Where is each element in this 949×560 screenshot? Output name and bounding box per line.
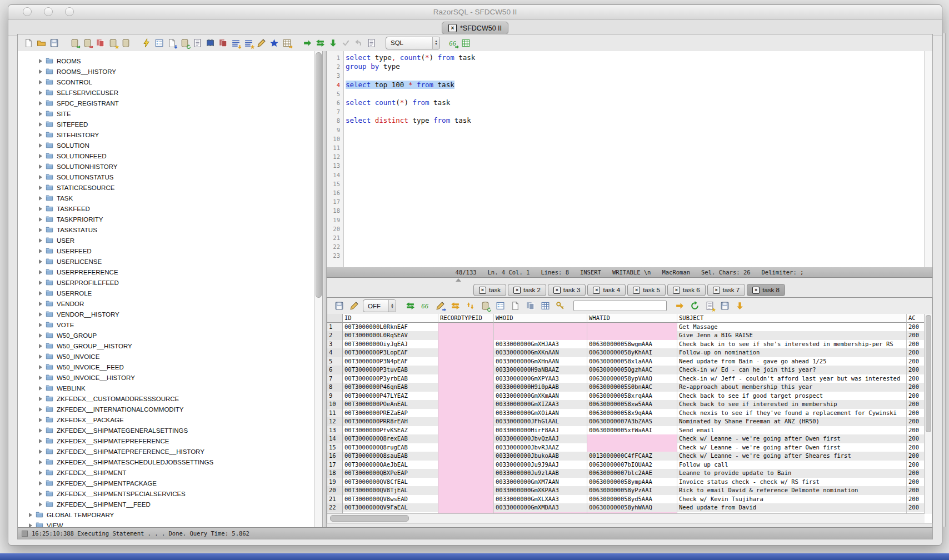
close-tab-icon[interactable]: × xyxy=(513,287,521,294)
expand-arrow-icon[interactable] xyxy=(39,69,42,74)
tree-item[interactable]: USERPROFILEFEED xyxy=(18,277,314,288)
results-search-input[interactable] xyxy=(573,301,667,311)
tree-item[interactable]: W50_GROUP__HISTORY xyxy=(18,341,314,351)
table-row[interactable]: 1100T3000000PREZaEAP0033000000GmXOiAAN00… xyxy=(327,409,925,418)
tree-item[interactable]: ROOMS__HISTORY xyxy=(18,66,314,77)
table-cell[interactable]: 0033000000H9aNBAAZ xyxy=(494,366,587,374)
database-tree-pane[interactable]: ROOMSROOMS__HISTORYSCONTROLSELFSERVICEUS… xyxy=(18,51,322,528)
tree-item[interactable]: SOLUTION xyxy=(18,140,314,151)
expand-arrow-icon[interactable] xyxy=(39,333,42,338)
tree-item[interactable]: W50_INVOICE__FEED xyxy=(18,362,314,372)
table-cell[interactable]: 0033000000JbvRJAAZ xyxy=(494,443,587,452)
expand-arrow-icon[interactable] xyxy=(39,133,42,137)
table-cell[interactable]: 0033000000GmXKnAAN xyxy=(494,348,587,357)
table-cell[interactable]: 0033000000GmXM7AAN xyxy=(494,478,587,487)
expand-arrow-icon[interactable] xyxy=(39,164,42,169)
table-cell[interactable]: 0033000000JFhGlAAL xyxy=(494,417,587,426)
expand-arrow-icon[interactable] xyxy=(39,481,42,486)
rollback-icon[interactable] xyxy=(353,38,364,48)
table-row[interactable]: 700T3000000P3yrbEAB0033000000GmXPYAA3006… xyxy=(327,374,925,383)
table-cell[interactable]: 006300000058ympAAA xyxy=(587,478,677,487)
expand-arrow-icon[interactable] xyxy=(39,407,42,412)
tree-item[interactable]: SOLUTIONFEED xyxy=(18,151,314,161)
close-tab-icon[interactable]: × xyxy=(673,287,680,294)
insert-row-icon[interactable] xyxy=(450,301,461,311)
tree-item[interactable]: VENDOR__HISTORY xyxy=(18,309,314,319)
database-icon[interactable] xyxy=(121,38,131,48)
table-cell[interactable]: 00630000005QgzhAAC xyxy=(587,366,677,374)
grid-vscroll-thumb[interactable] xyxy=(926,315,931,432)
table-cell[interactable]: 200 xyxy=(907,331,925,340)
table-cell[interactable]: Check nexis to see if they've found a re… xyxy=(677,409,907,418)
table-cell[interactable]: 00630000007bIQUAA2 xyxy=(587,461,677,469)
table-cell[interactable]: 0033000000GmXIZAA3 xyxy=(494,400,587,409)
table-cell[interactable]: 0033000000GmXLXAA3 xyxy=(494,495,587,504)
tree-item[interactable]: ZKFEDEX__INTERNATIONALCOMMODITY xyxy=(18,404,314,414)
table-row[interactable]: 2200T3000000QV9FaEAL0033000000GmXMDAA300… xyxy=(327,503,925,512)
table-cell[interactable] xyxy=(587,443,677,452)
expand-arrow-icon[interactable] xyxy=(39,154,42,158)
export-refresh-icon[interactable] xyxy=(690,301,700,311)
table-cell[interactable]: 200 xyxy=(907,452,925,461)
tree-item[interactable]: ZKFEDEX__CUSTOMADDRESSSOURCE xyxy=(18,393,314,404)
table-cell[interactable]: Check-in w/ Ed - can he join this year? xyxy=(677,366,907,374)
tree-item[interactable]: TASK xyxy=(18,193,314,203)
table-cell[interactable] xyxy=(438,357,494,366)
table-cell[interactable]: Leanne to provide update to Bain xyxy=(677,469,907,478)
table-cell[interactable]: 006300000058wgmAAA xyxy=(587,340,677,349)
edit-cell-icon[interactable] xyxy=(435,301,446,311)
tree-item[interactable]: SITEFEED xyxy=(18,119,314,129)
zoom-window-button[interactable] xyxy=(65,7,74,16)
table-cell[interactable]: Check w/ Leanne - we're going after Owen… xyxy=(677,434,907,443)
tree-item[interactable]: ZKFEDEX__SHIPMENT xyxy=(18,467,314,478)
table-cell[interactable]: 00T3000000P3N4pEAF xyxy=(343,357,438,366)
tree-item[interactable]: W50_GROUP xyxy=(18,330,314,341)
tree-scrollbar[interactable] xyxy=(314,51,322,528)
table-cell[interactable]: 0033000000HirF8AAJ xyxy=(494,426,587,435)
favorites-icon[interactable] xyxy=(269,38,279,48)
expand-arrow-icon[interactable] xyxy=(39,460,42,464)
table-row[interactable]: 200T3000000L0RqSEAVGive Jenn a BIG RAISE… xyxy=(327,331,925,340)
table-cell[interactable]: 200 xyxy=(907,478,925,487)
align-lines-icon[interactable] xyxy=(243,38,254,48)
table-cell[interactable]: 00T3000000PREZaEAP xyxy=(343,409,438,418)
table-cell[interactable] xyxy=(438,478,494,487)
refresh-results-icon[interactable] xyxy=(405,301,416,311)
table-cell[interactable]: 0033000000Ju9zlAAB xyxy=(494,469,587,478)
compare-icon[interactable] xyxy=(218,38,228,48)
title-bar[interactable]: RazorSQL - SFDCW50 II xyxy=(8,5,942,20)
refresh-db-icon[interactable] xyxy=(179,38,190,48)
expand-arrow-icon[interactable] xyxy=(39,344,42,348)
table-cell[interactable]: 00T3000000QV8TjEAL xyxy=(343,486,438,495)
table-cell[interactable]: Follow up call xyxy=(677,461,907,469)
commit-icon[interactable] xyxy=(341,38,351,48)
table-cell[interactable]: 00T3000000P3tuvEAB xyxy=(343,366,438,374)
copy-table-icon[interactable] xyxy=(540,301,551,311)
expand-arrow-icon[interactable] xyxy=(39,323,42,327)
expand-arrow-icon[interactable] xyxy=(39,428,42,433)
table-cell[interactable]: Need update from Bain - gave go ahead 1/… xyxy=(677,357,907,366)
table-cell[interactable] xyxy=(438,434,494,443)
table-cell[interactable] xyxy=(587,331,677,340)
table-cell[interactable]: 00630000007blc2AAE xyxy=(587,469,677,478)
tree-item[interactable]: W50_INVOICE__HISTORY xyxy=(18,372,314,383)
table-cell[interactable]: 200 xyxy=(907,469,925,478)
table-row[interactable]: 1600T3000000Q8sauEAB0033000000JbukoAAB00… xyxy=(327,452,925,461)
table-cell[interactable]: 006300000058yPzAAI xyxy=(587,486,677,495)
table-cell[interactable]: Check back to see if interested in membe… xyxy=(677,400,907,409)
expand-arrow-icon[interactable] xyxy=(39,502,42,507)
table-row[interactable]: 600T3000000P3tuvEAB0033000000H9aNBAAZ006… xyxy=(327,366,925,374)
table-cell[interactable]: 006300000058x9qAAA xyxy=(587,409,677,418)
table-cell[interactable]: 0033000000GmXKPAA3 xyxy=(494,486,587,495)
table-cell[interactable]: 00T3000000P3yrbEAB xyxy=(343,374,438,383)
table-cell[interactable]: 006300000058yd5AAA xyxy=(587,495,677,504)
grid-horizontal-scrollbar[interactable] xyxy=(327,513,925,523)
table-row[interactable]: 300T3000000OiyJgEAJ0033000000GmXHJAA3006… xyxy=(327,340,925,349)
table-cell[interactable]: Check w/ Leanne - we're going after Owen… xyxy=(677,443,907,452)
column-header[interactable]: ID xyxy=(343,314,438,323)
close-tab-icon[interactable]: × xyxy=(633,287,640,294)
tree-item[interactable]: ZKFEDEX__SHIPMATEPREFERENCE__HISTORY xyxy=(18,446,314,457)
tree-item[interactable]: SITE xyxy=(18,108,314,119)
results-grid[interactable]: IDRECORDTYPEIDWHOIDWHATIDSUBJECTAC 100T3… xyxy=(327,314,925,514)
swap-icon[interactable] xyxy=(315,38,326,48)
